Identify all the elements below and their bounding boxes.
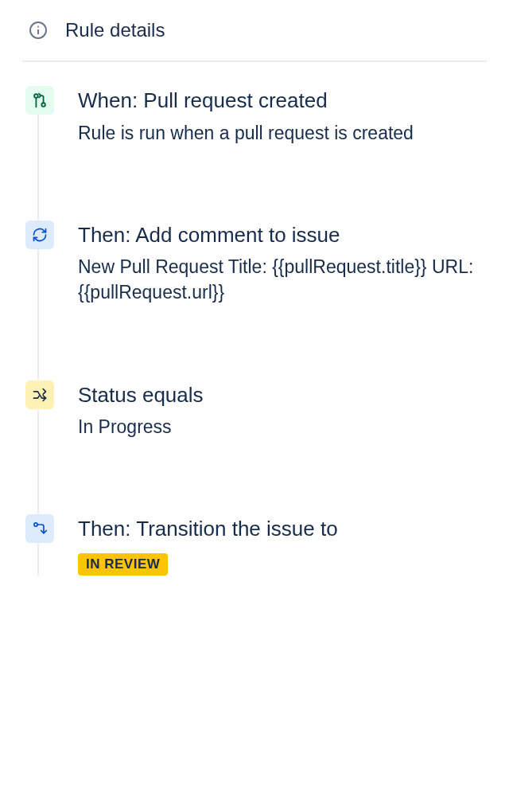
step-body: In Progress [78,414,487,439]
rule-details-header[interactable]: Rule details [22,19,487,62]
step-body: IN REVIEW [78,548,487,576]
rule-flow: When: Pull request created Rule is run w… [22,88,487,576]
step-body: Rule is run when a pull request is creat… [78,120,487,146]
step-title: Status equals [78,382,487,408]
step-title: Then: Transition the issue to [78,516,487,542]
step-body: New Pull Request Title: {{pullRequest.ti… [78,254,487,305]
step-title: When: Pull request created [78,88,487,114]
transition-icon [25,514,54,543]
info-icon [29,21,48,40]
pull-request-icon [25,86,54,115]
refresh-icon [25,221,54,249]
svg-point-2 [37,26,39,28]
step-action-transition[interactable]: Then: Transition the issue to IN REVIEW [54,516,487,576]
rule-details-title: Rule details [65,19,165,41]
step-trigger[interactable]: When: Pull request created Rule is run w… [54,88,487,146]
status-lozenge: IN REVIEW [78,553,168,576]
step-condition-status[interactable]: Status equals In Progress [54,382,487,440]
shuffle-icon [25,381,54,409]
step-action-comment[interactable]: Then: Add comment to issue New Pull Requ… [54,222,487,306]
step-title: Then: Add comment to issue [78,222,487,248]
